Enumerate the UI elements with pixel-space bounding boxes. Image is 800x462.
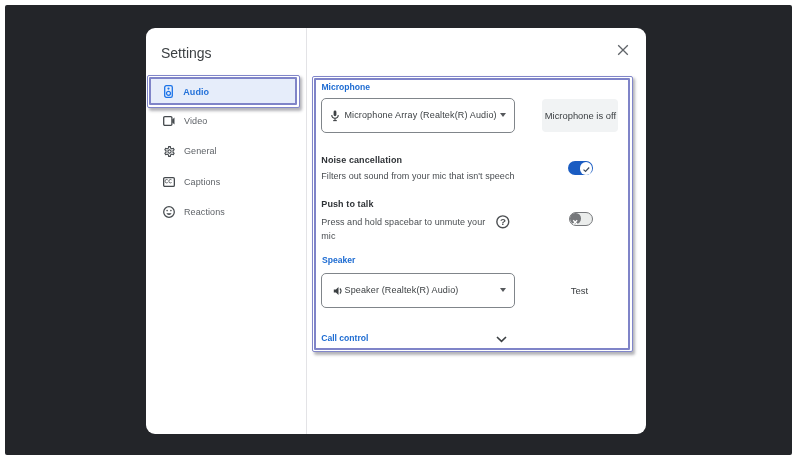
- svg-text:?: ?: [500, 217, 506, 228]
